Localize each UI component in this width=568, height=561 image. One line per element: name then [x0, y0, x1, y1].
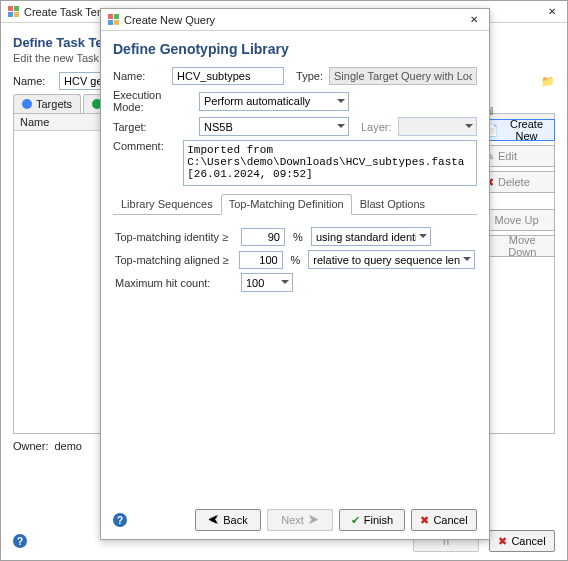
identity-input[interactable]	[241, 228, 285, 246]
exec-mode-label: Execution Mode:	[113, 89, 193, 113]
pct-label: %	[291, 231, 305, 243]
identity-label: Top-matching identity ≥	[115, 231, 235, 243]
arrow-right-icon: ⮞	[308, 514, 319, 526]
comment-label: Comment:	[113, 140, 177, 152]
trail-text: rail	[480, 106, 555, 117]
modal-close-icon[interactable]: ✕	[465, 11, 483, 29]
exec-mode-select[interactable]: Perform automatically	[199, 92, 349, 111]
section-title: Define Genotyping Library	[113, 41, 477, 57]
owner-label: Owner:	[13, 440, 48, 452]
modal-titlebar: Create New Query ✕	[101, 9, 489, 31]
move-down-button[interactable]: ↓Move Down	[480, 235, 555, 257]
max-hit-select[interactable]: 100	[241, 273, 293, 292]
modal-title: Create New Query	[124, 14, 215, 26]
aligned-mode-select[interactable]: relative to query sequence length	[308, 250, 475, 269]
name-label: Name:	[113, 70, 166, 82]
target-label: Target:	[113, 121, 193, 133]
aligned-input[interactable]	[239, 251, 283, 269]
app-icon	[107, 14, 119, 26]
name-label: Name:	[13, 75, 53, 87]
subtab-blast-options[interactable]: Blast Options	[352, 194, 433, 214]
create-new-button[interactable]: 📄Create New	[480, 119, 555, 141]
edit-button[interactable]: ✎Edit	[480, 145, 555, 167]
layer-select	[398, 117, 477, 136]
help-icon[interactable]: ?	[113, 513, 127, 527]
top-matching-panel: Top-matching identity ≥ % using standard…	[113, 215, 477, 304]
max-hit-label: Maximum hit count:	[115, 277, 235, 289]
delete-button[interactable]: ✖Delete	[480, 171, 555, 193]
parent-cancel-button[interactable]: ✖Cancel	[489, 530, 555, 552]
target-select[interactable]: NS5B	[199, 117, 349, 136]
pct-label: %	[289, 254, 303, 266]
layer-label: Layer:	[361, 121, 392, 133]
right-buttons: rail 📄Create New ✎Edit ✖Delete ↑Move Up …	[480, 106, 555, 257]
tab-targets[interactable]: Targets	[13, 94, 81, 113]
check-icon: ✔	[351, 514, 360, 527]
modal-footer: ? ⮜Back Next⮞ ✔Finish ✖Cancel	[101, 509, 489, 531]
type-field	[329, 67, 477, 85]
comment-textarea[interactable]: Imported from C:\Users\demo\Downloads\HC…	[183, 140, 477, 186]
modal-cancel-button[interactable]: ✖Cancel	[411, 509, 477, 531]
next-button: Next⮞	[267, 509, 333, 531]
folder-icon[interactable]: 📁	[541, 75, 555, 88]
x-icon: ✖	[420, 514, 429, 527]
app-icon	[7, 6, 19, 18]
type-label: Type:	[296, 70, 323, 82]
move-up-button[interactable]: ↑Move Up	[480, 209, 555, 231]
subtab-top-matching[interactable]: Top-Matching Definition	[221, 194, 352, 215]
create-new-query-dialog: Create New Query ✕ Define Genotyping Lib…	[100, 8, 490, 540]
modal-body: Define Genotyping Library Name: Type: Ex…	[101, 31, 489, 312]
subtab-library-sequences[interactable]: Library Sequences	[113, 194, 221, 214]
x-icon: ✖	[498, 535, 507, 548]
arrow-left-icon: ⮜	[208, 514, 219, 526]
aligned-label: Top-matching aligned ≥	[115, 254, 233, 266]
query-name-input[interactable]	[172, 67, 284, 85]
owner-value: demo	[54, 440, 82, 452]
back-button[interactable]: ⮜Back	[195, 509, 261, 531]
identity-mode-select[interactable]: using standard identity	[311, 227, 431, 246]
query-subtabs: Library Sequences Top-Matching Definitio…	[113, 194, 477, 215]
help-icon[interactable]: ?	[13, 534, 27, 548]
finish-button[interactable]: ✔Finish	[339, 509, 405, 531]
close-icon[interactable]: ✕	[543, 3, 561, 21]
